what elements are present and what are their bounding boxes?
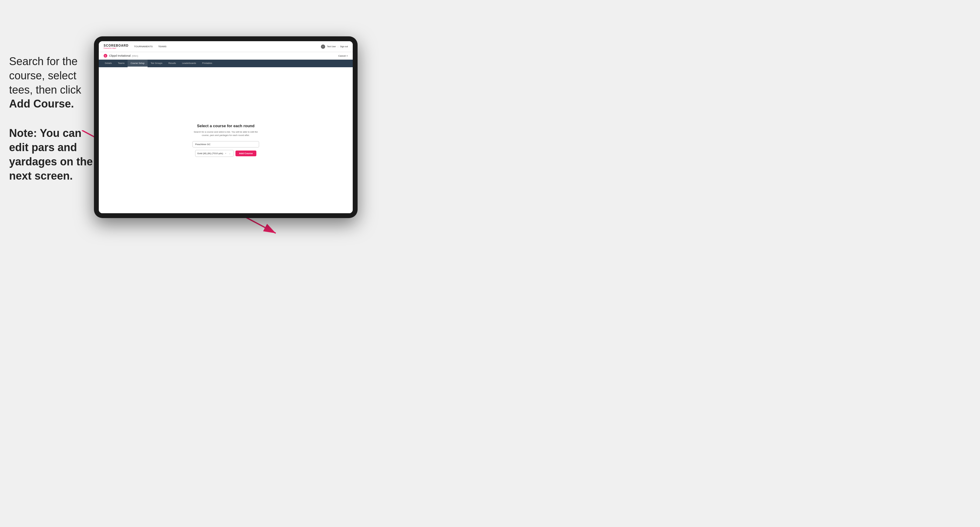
tablet-screen: SCOREBOARD Powered by clippd TOURNAMENTS… bbox=[99, 41, 353, 213]
tab-tee-groups[interactable]: Tee Groups bbox=[148, 60, 165, 67]
tablet-device: SCOREBOARD Powered by clippd TOURNAMENTS… bbox=[94, 37, 358, 218]
tab-navigation: Details Teams Course Setup Tee Groups Re… bbox=[99, 60, 353, 67]
user-info: Test User bbox=[327, 45, 336, 48]
clear-tee-button[interactable]: × bbox=[224, 151, 227, 156]
chevron-down-icon[interactable]: ⌄ bbox=[228, 151, 232, 156]
logo-area: SCOREBOARD Powered by clippd bbox=[103, 44, 129, 49]
tournament-icon: C bbox=[103, 54, 107, 57]
add-course-button[interactable]: Add Course bbox=[235, 151, 256, 156]
section-description: Search for a course and select a tee. Yo… bbox=[192, 130, 259, 137]
section-title: Select a course for each round bbox=[197, 124, 255, 128]
course-search-input[interactable] bbox=[192, 141, 259, 148]
tab-printables[interactable]: Printables bbox=[199, 60, 215, 67]
nav-teams[interactable]: TEAMS bbox=[158, 45, 167, 48]
tournament-bar: C Clippd Invitational (Men) Cancel × bbox=[99, 52, 353, 60]
annotation-note3: yardages on the bbox=[9, 156, 93, 168]
tab-course-setup[interactable]: Course Setup bbox=[127, 60, 148, 67]
app-header: SCOREBOARD Powered by clippd TOURNAMENTS… bbox=[99, 41, 353, 52]
tee-value: Gold (M) (M) (7010 yds) bbox=[197, 152, 223, 155]
annotation-line3: tees, then click bbox=[9, 84, 81, 96]
annotation-note1: Note: You can bbox=[9, 127, 81, 139]
sign-out-link[interactable]: Sign out bbox=[340, 45, 348, 48]
tee-select-wrapper[interactable]: Gold (M) (M) (7010 yds) × ⌄ bbox=[195, 150, 234, 157]
annotation-bold: Add Course. bbox=[9, 97, 74, 110]
nav-links: TOURNAMENTS TEAMS bbox=[134, 45, 166, 48]
nav-tournaments[interactable]: TOURNAMENTS bbox=[134, 45, 153, 48]
tournament-gender: (Men) bbox=[132, 54, 138, 57]
separator: | bbox=[337, 45, 338, 48]
annotation-line2: course, select bbox=[9, 69, 76, 82]
tab-teams[interactable]: Teams bbox=[115, 60, 127, 67]
header-right: T Test User | Sign out bbox=[321, 44, 348, 49]
cancel-button[interactable]: Cancel × bbox=[338, 54, 348, 57]
annotation-text: Search for the course, select tees, then… bbox=[9, 54, 97, 183]
annotation-line1: Search for the bbox=[9, 55, 78, 68]
tab-results[interactable]: Results bbox=[165, 60, 179, 67]
annotation-note4: next screen. bbox=[9, 170, 73, 182]
tournament-name: Clippd Invitational bbox=[109, 54, 130, 57]
tab-leaderboards[interactable]: Leaderboards bbox=[179, 60, 199, 67]
user-avatar: T bbox=[321, 44, 325, 49]
logo-text: SCOREBOARD bbox=[103, 44, 129, 47]
tee-select-row: Gold (M) (M) (7010 yds) × ⌄ Add Course bbox=[195, 150, 256, 157]
logo-sub: Powered by clippd bbox=[103, 47, 129, 49]
main-content: Select a course for each round Search fo… bbox=[99, 67, 353, 213]
annotation-note2: edit pars and bbox=[9, 141, 77, 154]
tab-details[interactable]: Details bbox=[102, 60, 115, 67]
